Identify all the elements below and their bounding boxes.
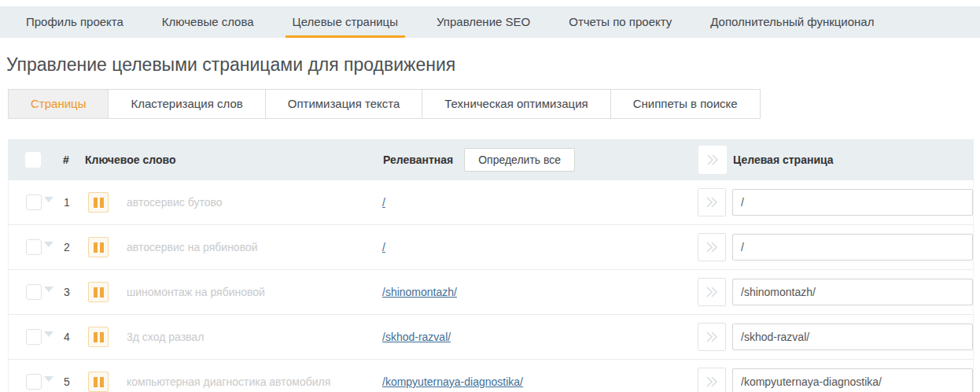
nav-tab[interactable]: Профиль проекта (19, 6, 131, 38)
row-select-cell (26, 239, 56, 255)
pause-icon[interactable] (88, 192, 109, 213)
row-target-cell (732, 324, 973, 350)
page-title: Управление целевыми страницами для продв… (6, 54, 980, 76)
nav-tab[interactable]: Отчеты по проекту (562, 6, 679, 38)
relevant-page-link[interactable]: /kompyuternaya-diagnostika/ (382, 375, 523, 388)
row-checkbox[interactable] (26, 284, 42, 300)
row-checkbox[interactable] (26, 374, 42, 390)
row-arrow-cell (698, 323, 732, 351)
target-page-input[interactable] (732, 324, 973, 350)
copy-url-button[interactable] (698, 188, 726, 216)
subtab[interactable]: Сниппеты в поиске (610, 89, 761, 119)
row-checkbox[interactable] (26, 329, 42, 345)
caret-down-icon[interactable] (44, 287, 53, 292)
relevant-page-link[interactable]: /skhod-razval/ (382, 331, 451, 343)
subtabs: Страницы Кластеризация слов Оптимизация … (8, 89, 980, 119)
row-status-cell (78, 192, 119, 213)
relevant-page-link[interactable]: / (382, 241, 385, 253)
row-status-cell (78, 237, 119, 257)
row-arrow-cell (698, 278, 732, 306)
row-relevant-cell: /kompyuternaya-diagnostika/ (382, 375, 698, 388)
row-status-cell (78, 372, 119, 392)
row-target-cell (732, 279, 973, 305)
row-number: 5 (56, 375, 78, 388)
row-number: 4 (56, 331, 78, 343)
caret-down-icon[interactable] (44, 376, 53, 382)
subtab[interactable]: Оптимизация текста (265, 89, 423, 119)
copy-url-button[interactable] (698, 368, 726, 392)
row-status-cell (78, 282, 119, 302)
header-keyword: Ключевое слово (77, 153, 383, 166)
caret-down-icon[interactable] (44, 242, 53, 247)
header-relevant-label: Релевантная (383, 153, 453, 166)
chevron-double-right-icon (705, 331, 719, 343)
chevron-double-right-icon (705, 196, 719, 209)
header-arrow-cell (698, 146, 733, 174)
nav-tab[interactable]: Управление SEO (429, 6, 537, 38)
main-nav: Профиль проекта Ключевые слова Целевые с… (0, 6, 980, 38)
table-row: 1 автосервис бутово / (8, 180, 974, 225)
pause-icon[interactable] (88, 237, 109, 257)
header-target-cell: Целевая страница (733, 153, 974, 166)
relevant-page-link[interactable]: / (382, 196, 385, 209)
nav-tab[interactable]: Дополнительный функционал (703, 6, 881, 38)
subtab[interactable]: Кластеризация слов (108, 89, 265, 119)
pause-icon[interactable] (88, 372, 109, 392)
copy-url-button[interactable] (698, 278, 726, 306)
row-arrow-cell (698, 188, 732, 216)
row-number: 3 (56, 286, 78, 298)
header-select-cell (25, 152, 55, 168)
row-relevant-cell: / (382, 241, 698, 253)
header-target-label: Целевая страница (733, 153, 834, 166)
row-select-cell (26, 374, 56, 390)
row-arrow-cell (698, 233, 732, 261)
relevant-page-link[interactable]: /shinomontazh/ (382, 286, 457, 298)
row-arrow-cell (698, 368, 732, 392)
target-pages-table: # Ключевое слово Релевантная Определить … (8, 139, 974, 392)
row-select-cell (26, 329, 56, 345)
pause-icon[interactable] (88, 282, 109, 302)
row-relevant-cell: / (382, 196, 698, 209)
copy-url-button[interactable] (698, 323, 726, 351)
row-target-cell (732, 189, 973, 216)
row-number: 1 (56, 196, 78, 209)
nav-tab[interactable]: Целевые страницы (286, 6, 405, 38)
copy-all-chevron-icon[interactable] (698, 146, 727, 174)
copy-url-button[interactable] (698, 233, 726, 261)
row-select-cell (26, 284, 56, 300)
pause-icon[interactable] (88, 327, 109, 347)
table-row: 5 компьютерная диагностика автомобиля /k… (8, 360, 974, 392)
table-header-row: # Ключевое слово Релевантная Определить … (8, 139, 974, 180)
define-all-button[interactable]: Определить все (464, 148, 575, 172)
keyword-label: 3д сход развал (119, 331, 382, 343)
subtab[interactable]: Страницы (8, 89, 109, 119)
row-relevant-cell: /shinomontazh/ (382, 286, 698, 298)
row-checkbox[interactable] (26, 239, 42, 255)
table-row: 2 автосервис на рябиновой / (8, 225, 974, 270)
row-relevant-cell: /skhod-razval/ (382, 331, 698, 343)
target-page-input[interactable] (732, 279, 973, 305)
keyword-label: компьютерная диагностика автомобиля (119, 375, 382, 388)
keyword-label: шиномонтаж на рябиновой (119, 286, 382, 298)
select-all-checkbox[interactable] (25, 152, 41, 168)
caret-down-icon[interactable] (44, 197, 53, 202)
target-page-input[interactable] (732, 234, 973, 261)
header-relevant-cell: Релевантная Определить все (383, 148, 698, 172)
chevron-double-right-icon (705, 286, 719, 298)
subtab[interactable]: Техническая оптимизация (422, 89, 610, 119)
keyword-label: автосервис бутово (119, 196, 382, 209)
row-number: 2 (56, 241, 78, 253)
table-row: 3 шиномонтаж на рябиновой /shinomontazh/ (8, 270, 974, 315)
chevron-double-right-icon (705, 241, 719, 253)
row-select-cell (26, 194, 56, 210)
target-page-input[interactable] (732, 368, 973, 392)
caret-down-icon[interactable] (44, 331, 53, 337)
header-number: # (55, 153, 77, 166)
keyword-label: автосервис на рябиновой (119, 241, 382, 253)
nav-tab[interactable]: Ключевые слова (155, 6, 261, 38)
row-status-cell (78, 327, 119, 347)
row-checkbox[interactable] (26, 194, 42, 210)
target-page-input[interactable] (732, 189, 973, 216)
chevron-double-right-icon (706, 153, 720, 166)
chevron-double-right-icon (705, 375, 719, 388)
